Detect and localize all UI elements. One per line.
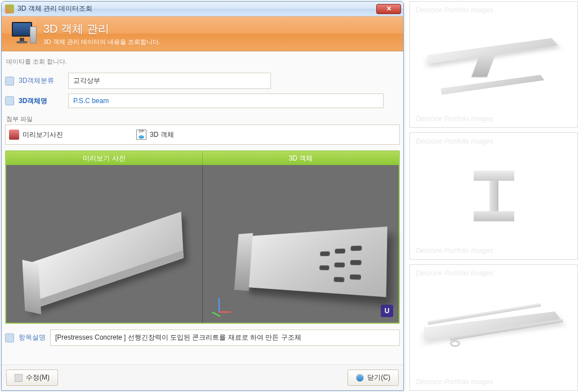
close-button[interactable]: 닫기(C) (348, 369, 399, 386)
beam-render (25, 211, 184, 311)
watermark: Devzone Portfolio Images (416, 247, 493, 255)
channel-icon (425, 299, 563, 357)
watermark: Devzone Portfolio Images (416, 378, 493, 386)
description-label: 항목설명 (19, 333, 46, 342)
thumbnail-channel[interactable]: Devzone Portfolio Images Devzone Portfol… (409, 264, 578, 391)
preview-tabs: 미리보기 사진 3D 객체 (6, 152, 399, 165)
axes-gizmo (208, 295, 231, 317)
content-area: 데이타를 조회 합니다. 3D객체분류 교각상부 3D객체명 P.S.C bea… (2, 51, 403, 364)
close-button-icon (356, 374, 364, 382)
name-input[interactable]: P.S.C beam (68, 93, 384, 108)
thumbnail-column: Devzone Portfolio Images Devzone Portfol… (409, 1, 578, 391)
edit-button[interactable]: 수정(M) (6, 369, 58, 386)
dialog-window: 3D 객체 관리 데이터조회 ✕ 3D 객체 관리 3D 객체 관리 데이터의 … (1, 1, 404, 391)
description-row: 항목설명 [Prestresses Concrete ] 선행긴장력이 도입된 … (5, 329, 400, 346)
banner-title: 3D 객체 관리 (43, 21, 161, 37)
app-icon (5, 5, 14, 14)
name-row: 3D객체명 P.S.C beam (5, 93, 400, 108)
category-row: 3D객체분류 교각상부 (5, 73, 400, 89)
zip-icon (136, 130, 146, 140)
attachment-3d-object[interactable]: 3D 객체 (136, 130, 174, 140)
thumbnail-ibeam-perspective[interactable]: Devzone Portfolio Images Devzone Portfol… (409, 1, 578, 128)
edit-button-label: 수정(M) (26, 373, 50, 382)
content-subtitle: 데이타를 조회 합니다. (5, 55, 400, 70)
category-input[interactable]: 교각상부 (68, 73, 271, 89)
name-label: 3D객체명 (19, 96, 64, 106)
thumbnail-ibeam-front[interactable]: Devzone Portfolio Images Devzone Portfol… (409, 132, 578, 259)
document-icon (5, 333, 14, 342)
banner-subtitle: 3D 객체 관리 데이터의 내용을 조회합니다. (43, 38, 161, 46)
ucs-icon[interactable]: U (381, 305, 393, 317)
watermark: Devzone Portfolio Images (416, 137, 493, 145)
description-input[interactable]: [Prestresses Concrete ] 선행긴장력이 도입된 콘크리트를… (50, 329, 400, 346)
computer-icon (10, 21, 38, 47)
attachment-preview-photo[interactable]: 미리보기사진 (9, 130, 63, 140)
photo-icon (9, 130, 19, 140)
document-icon (5, 96, 14, 105)
ibeam-icon (429, 34, 559, 95)
edit-icon (15, 374, 23, 382)
window-title: 3D 객체 관리 데이터조회 (17, 4, 376, 14)
preview-panel: 미리보기 사진 3D 객체 (5, 150, 400, 324)
preview-3d-pane[interactable]: U (203, 165, 399, 323)
close-icon[interactable]: ✕ (376, 4, 401, 14)
attachment-label: 미리보기사진 (23, 130, 63, 140)
ibeam-icon (483, 171, 505, 221)
watermark: Devzone Portfolio Images (416, 6, 493, 14)
header-banner: 3D 객체 관리 3D 객체 관리 데이터의 내용을 조회합니다. (2, 16, 403, 51)
preview-photo-pane[interactable] (6, 165, 203, 323)
tab-3d-object[interactable]: 3D 객체 (203, 152, 399, 165)
watermark: Devzone Portfolio Images (416, 115, 493, 123)
attachment-label: 3D 객체 (150, 130, 174, 140)
watermark: Devzone Portfolio Images (416, 269, 493, 277)
beam-render (247, 226, 388, 297)
category-label: 3D객체분류 (19, 76, 64, 86)
attachments-label: 첨부 파일 (6, 115, 400, 123)
attachments-box: 미리보기사진 3D 객체 (5, 124, 400, 145)
tab-preview-photo[interactable]: 미리보기 사진 (6, 152, 203, 165)
button-bar: 수정(M) 닫기(C) (2, 364, 403, 390)
titlebar[interactable]: 3D 객체 관리 데이터조회 ✕ (2, 2, 403, 16)
close-button-label: 닫기(C) (367, 373, 390, 382)
document-icon (5, 77, 14, 86)
